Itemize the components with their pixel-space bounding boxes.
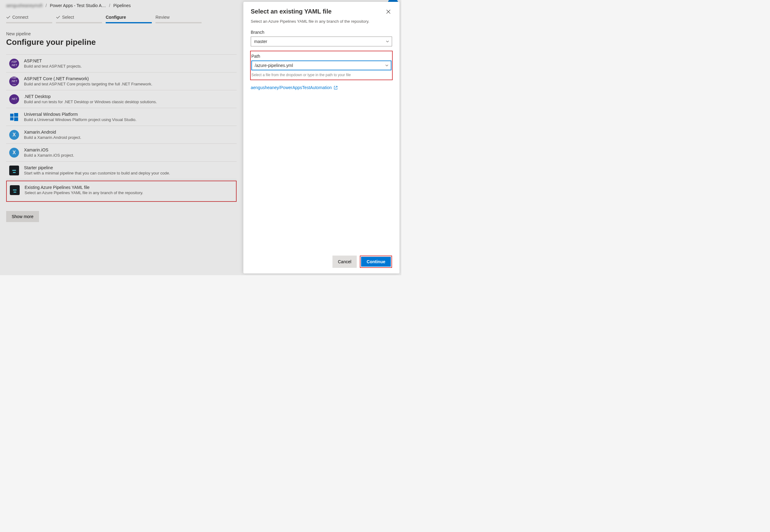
path-helper-text: Select a file from the dropdown or type … xyxy=(251,73,392,77)
select-yaml-panel: Select an existing YAML file Select an A… xyxy=(243,2,400,273)
external-link-icon xyxy=(334,86,338,90)
panel-footer: Cancel Continue xyxy=(243,251,400,273)
close-button[interactable] xyxy=(385,8,392,16)
path-label: Path xyxy=(251,54,392,59)
chevron-down-icon xyxy=(385,64,389,67)
continue-button[interactable]: Continue xyxy=(361,257,391,267)
path-value: /azure-pipelines.yml xyxy=(255,63,293,68)
repo-link[interactable]: aengusheaney/PowerAppsTestAutomation xyxy=(243,80,400,95)
cancel-button[interactable]: Cancel xyxy=(332,256,357,268)
panel-title: Select an existing YAML file xyxy=(251,8,331,15)
panel-subtitle: Select an Azure Pipelines YAML file in a… xyxy=(243,19,400,24)
chevron-down-icon xyxy=(386,40,389,43)
path-field: Path /azure-pipelines.yml Select a file … xyxy=(251,54,392,77)
close-icon xyxy=(386,9,391,14)
highlight-continue: Continue xyxy=(360,256,392,268)
highlight-path: Path /azure-pipelines.yml Select a file … xyxy=(250,51,393,80)
path-select[interactable]: /azure-pipelines.yml xyxy=(251,61,392,70)
branch-field: Branch master xyxy=(243,30,400,46)
repo-link-text: aengusheaney/PowerAppsTestAutomation xyxy=(251,85,332,90)
branch-select[interactable]: master xyxy=(251,37,392,46)
branch-value: master xyxy=(254,39,267,44)
branch-label: Branch xyxy=(251,30,392,35)
